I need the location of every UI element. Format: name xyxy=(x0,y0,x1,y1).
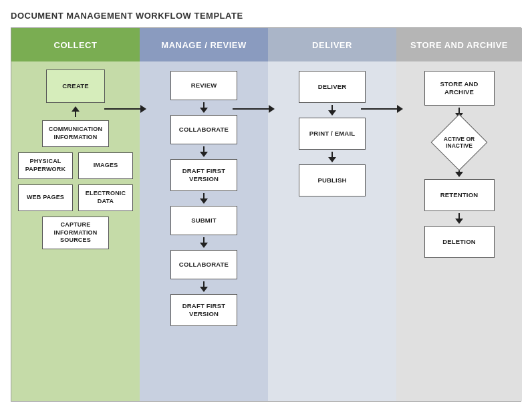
review-box: REVIEW xyxy=(170,71,237,100)
column-deliver: DELIVER DELIVER PRINT / EMAIL PUBLISH xyxy=(268,28,396,401)
arrow-draft1-submit xyxy=(200,193,208,204)
arrow-collab2-draft2 xyxy=(200,281,208,292)
electronic-box: ELECTRONIC DATA xyxy=(78,184,133,211)
store-header: STORE AND ARCHIVE xyxy=(396,28,522,61)
active-inactive-diamond: ACTIVE OR INACTIVE xyxy=(432,122,486,163)
page-title: DOCUMENT MANAGEMENT WORKFLOW TEMPLATE xyxy=(11,11,521,21)
arrow-deliver-print xyxy=(328,105,336,116)
draft2-box: DRAFT FIRST VERSION xyxy=(170,294,237,326)
publish-box: PUBLISH xyxy=(299,164,366,196)
manage-header: MANAGE / REVIEW xyxy=(140,28,268,61)
collaborate2-box: COLLABORATE xyxy=(170,250,237,279)
arrow-submit-collab2 xyxy=(200,237,208,248)
arrow-review-collab1 xyxy=(200,102,208,113)
active-inactive-label: ACTIVE OR INACTIVE xyxy=(432,136,486,149)
arrow-deliver-store xyxy=(361,105,403,113)
arrow-collab1-draft1 xyxy=(200,146,208,157)
web-box: WEB PAGES xyxy=(18,184,73,211)
arrow-retention-deletion xyxy=(455,213,463,224)
column-collect: COLLECT CREATE COMMUNICATION INFORMATION xyxy=(11,28,140,401)
draft1-box: DRAFT FIRST VERSION xyxy=(170,159,237,191)
communication-box: COMMUNICATION INFORMATION xyxy=(42,120,109,147)
retention-box: RETENTION xyxy=(424,179,495,211)
deletion-box: DELETION xyxy=(424,226,495,258)
deliver-header: DELIVER xyxy=(268,28,396,61)
store-archive-box: STORE AND ARCHIVE xyxy=(424,71,495,106)
column-store: STORE AND ARCHIVE STORE AND ARCHIVE ACTI… xyxy=(396,28,522,401)
physical-box: PHYSICAL PAPERWORK xyxy=(18,152,73,179)
arrow-print-publish xyxy=(328,152,336,162)
collect-header: COLLECT xyxy=(11,28,140,61)
arrow-comm-create xyxy=(72,106,80,117)
arrow-manage-deliver xyxy=(233,105,275,113)
collaborate1-box: COLLABORATE xyxy=(170,115,237,144)
print-email-box: PRINT / EMAIL xyxy=(299,118,366,150)
capture-box: CAPTURE INFORMATION SOURCES xyxy=(42,217,109,249)
submit-box: SUBMIT xyxy=(170,206,237,235)
arrow-create-review xyxy=(104,105,146,113)
deliver-box: DELIVER xyxy=(299,71,366,103)
create-box: CREATE xyxy=(46,70,105,103)
store-body: STORE AND ARCHIVE ACTIVE OR INACTIVE RET… xyxy=(396,61,522,401)
images-box: IMAGES xyxy=(78,152,133,179)
column-manage: MANAGE / REVIEW REVIEW COLLABORATE DRAFT… xyxy=(140,28,268,401)
